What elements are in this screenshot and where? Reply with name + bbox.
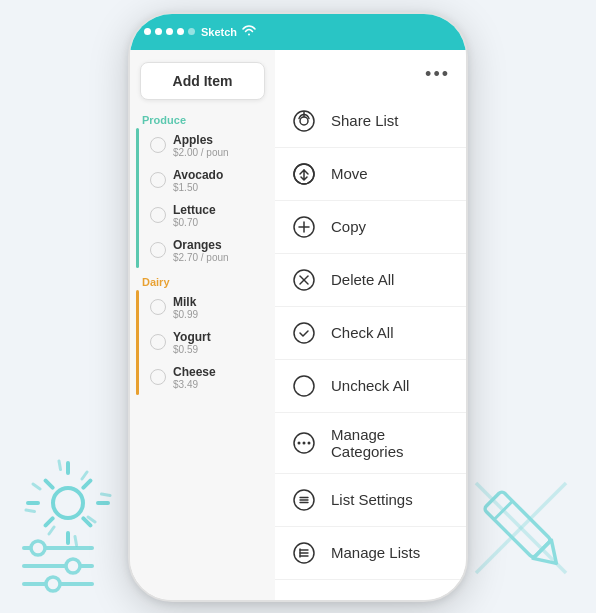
phone-frame: Sketch Add Item Produce Appl [128, 12, 468, 602]
move-icon [291, 161, 317, 187]
item-name: Oranges [173, 238, 229, 252]
list-panel: Add Item Produce Apples $2.00 / poun [130, 50, 275, 600]
item-name: Avocado [173, 168, 223, 182]
signal-dot-2 [155, 28, 162, 35]
category-dairy: Dairy Milk $0.99 Yogurt $0 [130, 272, 275, 395]
list-item: Lettuce $0.70 [136, 198, 275, 233]
menu-item-copy[interactable]: Copy [275, 201, 466, 254]
item-price: $3.49 [173, 379, 216, 390]
menu-item-share[interactable]: Share List [275, 95, 466, 148]
check-icon [291, 320, 317, 346]
svg-point-27 [308, 441, 311, 444]
menu-item-move[interactable]: Move [275, 148, 466, 201]
menu-label-list-settings: List Settings [331, 491, 413, 508]
phone-content: Add Item Produce Apples $2.00 / poun [130, 50, 466, 600]
uncheck-icon [291, 373, 317, 399]
signal-dot-3 [166, 28, 173, 35]
delete-icon [291, 267, 317, 293]
item-price: $0.99 [173, 309, 198, 320]
item-checkbox[interactable] [150, 207, 166, 223]
item-info: Lettuce $0.70 [173, 203, 216, 228]
item-checkbox[interactable] [150, 369, 166, 385]
menu-label-manage-lists: Manage Lists [331, 544, 420, 561]
list-item: Cheese $3.49 [136, 360, 275, 395]
item-name: Yogurt [173, 330, 211, 344]
item-price: $0.59 [173, 344, 211, 355]
item-price: $0.70 [173, 217, 216, 228]
menu-item-check-all[interactable]: Check All [275, 307, 466, 360]
item-price: $1.50 [173, 182, 223, 193]
svg-point-5 [46, 577, 60, 591]
menu-label-share: Share List [331, 112, 399, 129]
item-name: Lettuce [173, 203, 216, 217]
status-bar: Sketch [130, 14, 466, 50]
add-item-button[interactable]: Add Item [140, 62, 265, 100]
svg-point-1 [31, 541, 45, 555]
item-name: Milk [173, 295, 198, 309]
item-checkbox[interactable] [150, 299, 166, 315]
item-checkbox[interactable] [150, 242, 166, 258]
list-settings-icon [291, 487, 317, 513]
menu-header: ••• [275, 50, 466, 95]
item-price: $2.00 / poun [173, 147, 229, 158]
menu-label-delete-all: Delete All [331, 271, 394, 288]
menu-label-move: Move [331, 165, 368, 182]
menu-item-manage-lists[interactable]: Manage Lists [275, 527, 466, 580]
svg-point-3 [66, 559, 80, 573]
signal-dot-5 [188, 28, 195, 35]
svg-rect-2 [22, 564, 94, 568]
list-item: Apples $2.00 / poun [136, 128, 275, 163]
signal-dots [144, 28, 195, 35]
category-produce: Produce Apples $2.00 / poun Avocado [130, 110, 275, 268]
item-info: Oranges $2.70 / poun [173, 238, 229, 263]
menu-list: Share List Move [275, 95, 466, 600]
dairy-items-group: Milk $0.99 Yogurt $0.59 [136, 290, 275, 395]
menu-label-check-all: Check All [331, 324, 394, 341]
signal-dot-1 [144, 28, 151, 35]
item-info: Cheese $3.49 [173, 365, 216, 390]
menu-label-manage-categories: Manage Categories [331, 426, 450, 460]
produce-items-group: Apples $2.00 / poun Avocado $1.50 [136, 128, 275, 268]
item-name: Apples [173, 133, 229, 147]
category-produce-label: Produce [130, 110, 275, 128]
manage-categories-icon [291, 430, 317, 456]
more-options-button[interactable]: ••• [425, 64, 450, 85]
svg-point-26 [298, 441, 301, 444]
item-checkbox[interactable] [150, 334, 166, 350]
menu-label-copy: Copy [331, 218, 366, 235]
share-icon [291, 108, 317, 134]
item-price: $2.70 / poun [173, 252, 229, 263]
wifi-icon [241, 24, 257, 39]
item-name: Cheese [173, 365, 216, 379]
menu-item-manage-categories[interactable]: Manage Categories [275, 413, 466, 474]
pencil-icon [466, 473, 576, 583]
menu-item-list-settings[interactable]: List Settings [275, 474, 466, 527]
list-item: Milk $0.99 [136, 290, 275, 325]
list-item: Avocado $1.50 [136, 163, 275, 198]
item-checkbox[interactable] [150, 137, 166, 153]
item-info: Yogurt $0.59 [173, 330, 211, 355]
copy-icon [291, 214, 317, 240]
svg-point-23 [294, 376, 314, 396]
manage-lists-icon [291, 540, 317, 566]
menu-item-delete-all[interactable]: Delete All [275, 254, 466, 307]
item-checkbox[interactable] [150, 172, 166, 188]
item-info: Milk $0.99 [173, 295, 198, 320]
list-item: Oranges $2.70 / poun [136, 233, 275, 268]
sliders-icon [18, 538, 98, 593]
app-name-label: Sketch [201, 26, 237, 38]
item-info: Avocado $1.50 [173, 168, 223, 193]
list-item: Yogurt $0.59 [136, 325, 275, 360]
svg-point-22 [294, 323, 314, 343]
dropdown-menu-panel: ••• Share List [275, 50, 466, 600]
svg-point-12 [300, 117, 308, 125]
svg-point-25 [303, 441, 306, 444]
menu-item-uncheck-all[interactable]: Uncheck All [275, 360, 466, 413]
signal-dot-4 [177, 28, 184, 35]
item-info: Apples $2.00 / poun [173, 133, 229, 158]
menu-label-uncheck-all: Uncheck All [331, 377, 409, 394]
category-dairy-label: Dairy [130, 272, 275, 290]
